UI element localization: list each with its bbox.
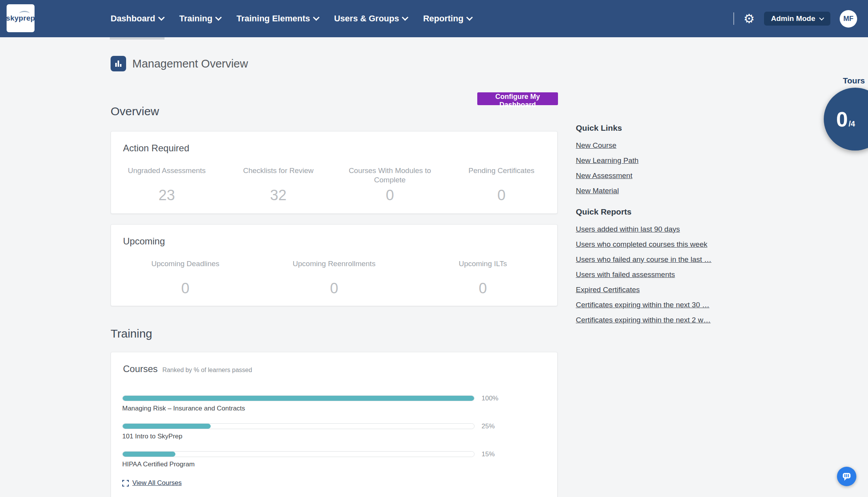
- upcoming-card: Upcoming Upcoming Deadlines 0 Upcoming R…: [111, 224, 558, 306]
- avatar[interactable]: MF: [840, 10, 857, 28]
- courses-card: Courses Ranked by % of learners passed 1…: [111, 352, 558, 497]
- stat-value: 0: [111, 280, 260, 297]
- chat-button[interactable]: [837, 467, 856, 486]
- quick-reports-heading: Quick Reports: [576, 207, 719, 216]
- top-navbar: skyprep Dashboard Training Training Elem…: [0, 0, 868, 37]
- courses-bar-chart: 100% Managing Risk – Insurance and Contr…: [122, 395, 557, 468]
- bar-chart-icon: [111, 56, 126, 71]
- nav-training-label: Training: [179, 14, 213, 24]
- stat-upcoming-reenrollments: Upcoming Reenrollments 0: [260, 259, 408, 297]
- stat-upcoming-deadlines: Upcoming Deadlines 0: [111, 259, 260, 297]
- action-required-card: Action Required Ungraded Assessments 23 …: [111, 131, 558, 214]
- bar-track: [122, 423, 475, 429]
- nav-training-elements[interactable]: Training Elements: [236, 0, 319, 37]
- admin-mode-label: Admin Mode: [771, 14, 815, 23]
- logo-text: skyprep: [6, 14, 35, 23]
- quick-links-heading: Quick Links: [576, 123, 719, 133]
- stat-label: Upcoming Reenrollments: [286, 259, 383, 279]
- tours-label: Tours: [843, 76, 865, 85]
- stat-label: Upcoming Deadlines: [137, 259, 234, 279]
- chat-bubble-icon: [842, 471, 852, 481]
- chevron-down-icon: [402, 14, 409, 21]
- courses-title: Courses: [123, 364, 158, 374]
- course-name: 101 Intro to SkyPrep: [122, 433, 475, 440]
- stat-label: Courses With Modules to Complete: [341, 166, 438, 185]
- stat-label: Checklists for Review: [230, 166, 327, 185]
- nav-reporting-label: Reporting: [423, 14, 463, 24]
- right-rail: Quick Links New Course New Learning Path…: [576, 123, 719, 331]
- view-all-courses-link[interactable]: View All Courses: [122, 479, 182, 487]
- bar-fill: [123, 452, 175, 457]
- view-all-courses-label: View All Courses: [132, 479, 182, 487]
- bar-percent: 25%: [482, 423, 495, 430]
- tours-progress: 0 /4: [836, 107, 855, 131]
- quick-link-new-course[interactable]: New Course: [576, 141, 719, 150]
- training-heading: Training: [111, 327, 152, 340]
- admin-mode-button[interactable]: Admin Mode: [764, 12, 830, 26]
- stat-value: 23: [111, 187, 223, 204]
- nav-reporting[interactable]: Reporting: [423, 0, 472, 37]
- stat-value: 0: [260, 280, 408, 297]
- action-required-stats: Ungraded Assessments 23 Checklists for R…: [111, 166, 557, 204]
- courses-subtitle: Ranked by % of learners passed: [162, 367, 252, 374]
- chevron-down-icon: [819, 16, 824, 21]
- course-name: HIPAA Certified Program: [122, 461, 475, 468]
- stat-label: Pending Certificates: [453, 166, 550, 185]
- quick-link-new-learning-path[interactable]: New Learning Path: [576, 156, 719, 165]
- tours-count: 0: [836, 107, 848, 131]
- chevron-down-icon: [313, 14, 319, 21]
- nav-dashboard[interactable]: Dashboard: [111, 0, 164, 37]
- nav-training[interactable]: Training: [179, 0, 221, 37]
- quick-link-new-assessment[interactable]: New Assessment: [576, 171, 719, 180]
- stat-courses-modules-to-complete: Courses With Modules to Complete 0: [334, 166, 446, 204]
- nav-users-groups[interactable]: Users & Groups: [334, 0, 408, 37]
- bar-fill: [123, 396, 474, 401]
- quick-report-users-failed-assessments[interactable]: Users with failed assessments: [576, 270, 719, 279]
- gear-icon[interactable]: ⚙: [743, 12, 755, 25]
- stat-value: 0: [446, 187, 558, 204]
- expand-icon: [122, 480, 129, 487]
- quick-report-certs-expiring-30[interactable]: Certificates expiring within the next 30…: [576, 300, 719, 310]
- quick-report-users-failed-any-course[interactable]: Users who failed any course in the last …: [576, 255, 719, 264]
- configure-dashboard-button[interactable]: Configure My Dashboard: [477, 92, 558, 105]
- quick-report-certs-expiring-2-weeks[interactable]: Certificates expiring within the next 2 …: [576, 315, 719, 325]
- page-title: Management Overview: [132, 57, 248, 70]
- chevron-down-icon: [158, 14, 165, 21]
- nav-dashboard-label: Dashboard: [111, 14, 155, 24]
- quick-report-users-completed-this-week[interactable]: Users who completed courses this week: [576, 240, 719, 249]
- course-bar-row: 25% 101 Intro to SkyPrep: [122, 423, 475, 440]
- skyprep-dashboard: skyprep Dashboard Training Training Elem…: [0, 0, 868, 497]
- stat-pending-certificates: Pending Certificates 0: [446, 166, 558, 204]
- bar-track: [122, 451, 475, 457]
- tours-total: /4: [849, 119, 855, 128]
- nav-training-elements-label: Training Elements: [236, 14, 310, 24]
- main-nav: Dashboard Training Training Elements Use…: [111, 0, 472, 37]
- courses-title-row: Courses Ranked by % of learners passed: [123, 364, 557, 374]
- stat-value: 32: [223, 187, 334, 204]
- bar-percent: 100%: [482, 395, 498, 402]
- course-bar-row: 100% Managing Risk – Insurance and Contr…: [122, 395, 475, 412]
- course-bar-row: 15% HIPAA Certified Program: [122, 451, 475, 468]
- quick-link-new-material[interactable]: New Material: [576, 186, 719, 196]
- skyprep-logo[interactable]: skyprep: [7, 4, 35, 32]
- page-title-row: Management Overview: [111, 56, 248, 71]
- stat-label: Ungraded Assessments: [118, 166, 215, 185]
- stat-ungraded-assessments: Ungraded Assessments 23: [111, 166, 223, 204]
- quick-report-expired-certificates[interactable]: Expired Certificates: [576, 285, 719, 294]
- upcoming-title: Upcoming: [123, 236, 557, 247]
- chevron-down-icon: [466, 14, 473, 21]
- stat-checklists-for-review: Checklists for Review 32: [223, 166, 334, 204]
- course-name: Managing Risk – Insurance and Contracts: [122, 405, 475, 412]
- stat-upcoming-ilts: Upcoming ILTs 0: [409, 259, 557, 297]
- nav-users-groups-label: Users & Groups: [334, 14, 399, 24]
- stat-value: 0: [334, 187, 446, 204]
- stat-value: 0: [409, 280, 557, 297]
- overview-heading: Overview: [111, 105, 159, 118]
- stat-label: Upcoming ILTs: [434, 259, 531, 279]
- navbar-divider: [733, 12, 734, 25]
- tours-widget[interactable]: 0 /4: [824, 88, 868, 151]
- quick-report-users-added-90-days[interactable]: Users added within last 90 days: [576, 225, 719, 234]
- bar-track: [122, 395, 475, 401]
- bar-fill: [123, 424, 211, 429]
- chevron-down-icon: [215, 14, 222, 21]
